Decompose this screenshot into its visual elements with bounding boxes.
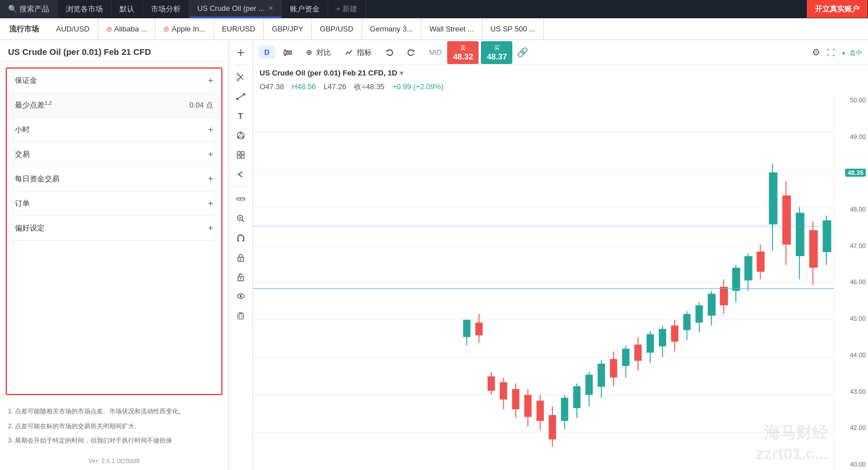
price-49: 49.00 [837,133,866,140]
grid-tool-btn[interactable] [230,146,251,164]
chart-settings-dropdown[interactable]: ▾ [400,69,403,77]
svg-point-8 [240,132,241,134]
toolbar-sep-2 [234,186,248,187]
margin-plus-btn[interactable]: + [208,75,213,86]
mid-dot: ● [842,50,845,56]
account-funds-tab[interactable]: 账户资金 [282,0,328,18]
magnet-tool-btn[interactable] [230,229,251,247]
info-panel: 保证金 + 最少点差1,2 0.04 点 小时 + 交易 + 每日资金交易 + [6,67,222,395]
preferences-label: 偏好设定 [15,223,45,233]
eye-tool-btn[interactable] [230,287,251,305]
svg-rect-68 [524,395,532,417]
svg-rect-72 [549,415,556,439]
hours-plus-btn[interactable]: + [208,125,213,135]
redo-btn[interactable] [401,46,421,59]
svg-rect-14 [237,152,240,154]
svg-rect-45 [287,51,289,54]
compare-btn[interactable]: ⊕对比 [300,45,337,60]
line-tool-btn[interactable] [230,87,251,106]
daily-funding-row[interactable]: 每日资金交易 + [7,167,221,192]
footnote-2: 2. 点差可能在标的市场的交易所关闭期间扩大. [8,421,220,432]
preferences-row[interactable]: 偏好设定 + [7,216,221,241]
market-tab-eurusd[interactable]: EUR/USD [214,18,264,40]
market-tab-alibaba[interactable]: ⊘ Alibaba ... [98,18,156,40]
market-tab-gbpjpy[interactable]: GBP/JPY [264,18,312,40]
toolbar: T [229,40,253,470]
sell-btn[interactable]: 卖 48.32 [447,41,479,64]
fullscreen-icon[interactable]: ⛶ [825,46,837,59]
browse-markets-tab[interactable]: 浏览各市场 [58,0,112,18]
market-tab-audusd[interactable]: AUD/USD [48,18,98,40]
unlock-tool-btn[interactable] [230,268,251,286]
left-panel: US Crude Oil (per 0.01) Feb 21 CFD 保证金 +… [0,40,229,470]
svg-rect-17 [241,156,244,158]
margin-row[interactable]: 保证金 + [7,69,221,93]
trading-plus-btn[interactable]: + [208,149,213,160]
svg-rect-108 [769,172,778,224]
svg-rect-112 [796,213,805,256]
default-tab[interactable]: 默认 [112,0,143,18]
zoom-tool-btn[interactable] [230,209,251,228]
market-tab-apple[interactable]: ⊘ Apple In... [156,18,214,40]
blocked-icon-apple: ⊘ [164,25,169,33]
svg-rect-84 [622,349,630,366]
orders-row[interactable]: 订单 + [7,192,221,216]
new-tab-btn[interactable]: + 新建 [328,0,366,18]
chart-area: D ⊕对比 指标 MID 卖 48.32 买 [253,40,868,470]
daily-funding-plus-btn[interactable]: + [208,174,213,184]
market-analysis-tab[interactable]: 市场分析 [143,0,189,18]
svg-rect-74 [561,398,568,421]
scissors-tool-btn[interactable] [230,68,251,86]
svg-point-3 [237,79,239,81]
chart-toolbar: D ⊕对比 指标 MID 卖 48.32 买 [253,40,868,65]
period-day-btn[interactable]: D [258,46,275,59]
svg-rect-102 [732,268,740,290]
lock-tool-btn[interactable] [230,248,251,266]
add-tool-btn[interactable] [230,43,251,62]
search-nav-item[interactable]: 🔍 搜索产品 [0,0,58,18]
indicator-btn[interactable]: 指标 [339,45,377,60]
open-real-account-btn[interactable]: 开立真实账户 [807,0,868,18]
svg-rect-96 [695,305,703,322]
orders-plus-btn[interactable]: + [208,198,213,209]
chart-canvas[interactable]: 50.00 49.00 48.35 48.00 47.00 46.00 45.0… [253,94,868,470]
chart-type-btn[interactable] [277,46,298,59]
back-tool-btn[interactable] [230,165,251,184]
network-tool-btn[interactable] [230,126,251,145]
instrument-title: US Crude Oil (per 0.01) Feb 21 CFD [0,40,228,62]
svg-rect-104 [744,256,752,280]
market-tab-sp500[interactable]: US SP 500 ... [483,18,544,40]
svg-rect-66 [512,389,519,409]
trading-row[interactable]: 交易 + [7,142,221,167]
top-nav: 🔍 搜索产品 浏览各市场 默认 市场分析 US Crude Oil (per .… [0,0,868,18]
chart-title-line: US Crude Oil (per 0.01) Feb 21 CFD, 1D ▾ [253,65,868,81]
svg-rect-60 [475,322,483,335]
delete-tool-btn[interactable] [230,306,251,325]
buy-btn[interactable]: 买 48.37 [481,41,512,64]
svg-rect-106 [756,252,765,272]
price-46: 46.00 [837,278,866,285]
ruler-tool-btn[interactable] [230,190,251,208]
market-tab-gbpusd[interactable]: GBP/USD [312,18,362,40]
svg-rect-80 [598,364,605,387]
market-tab-wallstreet[interactable]: Wall Street ... [421,18,483,40]
spread-value: 0.04 点 [189,100,213,110]
svg-rect-114 [809,230,818,268]
svg-rect-110 [782,196,791,245]
undo-btn[interactable] [380,46,399,59]
footnote-1: 1. 点差可能随相关市场的市场点差、市场状况和流动性而变化。 [8,407,220,417]
main-layout: US Crude Oil (per 0.01) Feb 21 CFD 保证金 +… [0,40,868,470]
market-tab-germany[interactable]: Germany 3... [362,18,421,40]
close-tab-btn[interactable]: ✕ [268,5,273,12]
toolbar-sep-1 [234,65,248,65]
text-tool-btn[interactable]: T [230,107,251,125]
sell-label: 卖 [460,44,466,52]
crude-oil-tab[interactable]: US Crude Oil (per ... ✕ [189,0,282,18]
price-48: 48.00 [837,206,866,213]
svg-rect-100 [720,287,728,305]
hours-row[interactable]: 小时 + [7,118,221,142]
svg-rect-15 [241,152,244,154]
svg-rect-98 [708,294,716,316]
preferences-plus-btn[interactable]: + [208,223,213,233]
settings-icon[interactable]: ⚙ [810,45,822,60]
